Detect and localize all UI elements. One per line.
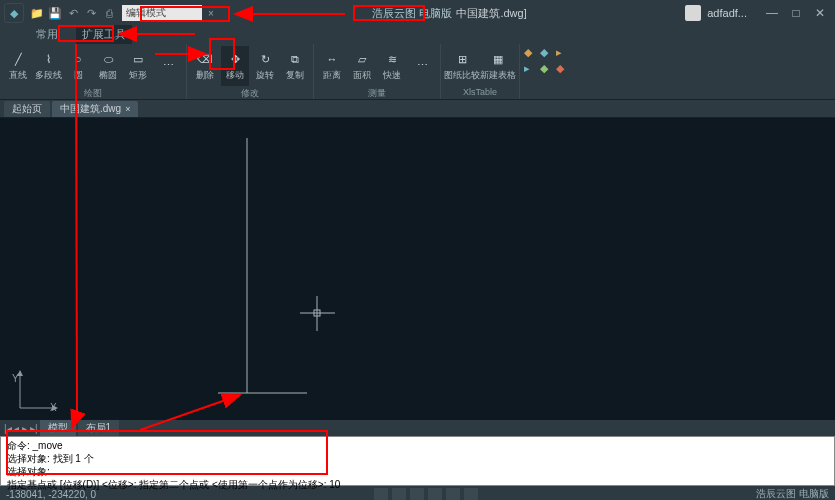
- tool-rect[interactable]: ▭矩形: [124, 46, 152, 86]
- ribbon-group-compare: ⊞图纸比较 ▦新建表格 XlsTable: [441, 44, 520, 99]
- tab-common[interactable]: 常用: [30, 25, 64, 44]
- ribbon-tabs: 常用 扩展工具: [0, 26, 835, 44]
- titlebar: ◆ 📁 💾 ↶ ↷ ⎙ 编辑模式 × 浩辰云图 电脑版 中国建筑.dwg] ad…: [0, 0, 835, 26]
- area-icon: ▱: [352, 50, 372, 68]
- grid-toggle[interactable]: [392, 488, 406, 500]
- move-icon: ✥: [225, 50, 245, 68]
- doc-tab-file[interactable]: 中国建筑.dwg ×: [52, 101, 138, 117]
- avatar-icon: [685, 5, 701, 21]
- status-toggle-icons: [374, 488, 478, 500]
- compare-icon: ⊞: [452, 50, 472, 68]
- status-brand: 浩辰云图 电脑版: [756, 487, 829, 500]
- circle-icon: ○: [68, 50, 88, 68]
- mode-search-input[interactable]: 编辑模式: [122, 5, 202, 21]
- tool-move[interactable]: ✥移动: [221, 46, 249, 86]
- quick-icon: ≋: [382, 50, 402, 68]
- tool-area[interactable]: ▱面积: [348, 46, 376, 86]
- tool-paper-compare[interactable]: ⊞图纸比较: [445, 46, 479, 86]
- snap-toggle[interactable]: [374, 488, 388, 500]
- maximize-button[interactable]: □: [785, 4, 807, 22]
- undo-icon[interactable]: ↶: [66, 6, 80, 20]
- command-line-1: 命令: _move: [7, 439, 828, 452]
- open-icon[interactable]: 📁: [30, 6, 44, 20]
- tool-copy[interactable]: ⧉复制: [281, 46, 309, 86]
- tab-expand-tools[interactable]: 扩展工具: [76, 25, 132, 44]
- ribbon-group-extras: ◆ ◆ ▸ ▸ ◆ ◆: [520, 44, 578, 99]
- extra-icon-4[interactable]: ▸: [524, 62, 538, 76]
- model-tab[interactable]: 模型: [40, 420, 76, 436]
- extra-icon-5[interactable]: ◆: [540, 62, 554, 76]
- print-icon[interactable]: ⎙: [102, 6, 116, 20]
- close-tab-icon[interactable]: ×: [125, 104, 130, 114]
- extra-icon-1[interactable]: ◆: [524, 46, 538, 60]
- title-center: 浩辰云图 电脑版 中国建筑.dwg]: [220, 6, 679, 21]
- ucs-y-label: Y: [12, 373, 19, 384]
- group-label-compare: XlsTable: [445, 87, 515, 97]
- quick-access-toolbar: 📁 💾 ↶ ↷ ⎙: [30, 6, 116, 20]
- rect-icon: ▭: [128, 50, 148, 68]
- osnap-toggle[interactable]: [446, 488, 460, 500]
- tool-ellipse[interactable]: ⬭椭圆: [94, 46, 122, 86]
- erase-icon: ⌫: [195, 50, 215, 68]
- search-x-icon[interactable]: ×: [208, 8, 214, 19]
- command-line-panel[interactable]: 命令: _move 选择对象: 找到 1 个 选择对象: 指定基点或 [位移(D…: [0, 436, 835, 486]
- ribbon: ╱直线 ⌇多段线 ○圆 ⬭椭圆 ▭矩形 ⋯ 绘图 ⌫删除 ✥移动 ↻旋转 ⧉复制…: [0, 44, 835, 100]
- app-logo[interactable]: ◆: [4, 3, 24, 23]
- user-area[interactable]: adfadf...: [685, 5, 747, 21]
- more-icon: ⋯: [158, 57, 178, 75]
- extra-icon-6[interactable]: ◆: [556, 62, 570, 76]
- file-title: 中国建筑.dwg]: [456, 6, 526, 21]
- ribbon-group-measure: ↔距离 ▱面积 ≋快速 ⋯ 测量: [314, 44, 441, 99]
- command-line-3: 选择对象:: [7, 465, 828, 478]
- ribbon-group-modify: ⌫删除 ✥移动 ↻旋转 ⧉复制 修改: [187, 44, 314, 99]
- table-icon: ▦: [488, 50, 508, 68]
- product-name: 浩辰云图 电脑版: [372, 6, 452, 21]
- tool-more-measure[interactable]: ⋯: [408, 46, 436, 86]
- tool-more-draw[interactable]: ⋯: [154, 46, 182, 86]
- ribbon-group-draw: ╱直线 ⌇多段线 ○圆 ⬭椭圆 ▭矩形 ⋯ 绘图: [0, 44, 187, 99]
- extra-icon-2[interactable]: ◆: [540, 46, 554, 60]
- extra-icon-3[interactable]: ▸: [556, 46, 570, 60]
- tool-erase[interactable]: ⌫删除: [191, 46, 219, 86]
- more-icon: ⋯: [412, 57, 432, 75]
- group-label-measure: 测量: [318, 87, 436, 100]
- drawing-canvas[interactable]: X Y: [0, 118, 835, 420]
- tool-rotate[interactable]: ↻旋转: [251, 46, 279, 86]
- tool-polyline[interactable]: ⌇多段线: [34, 46, 62, 86]
- line-icon: ╱: [8, 50, 28, 68]
- group-label-draw: 绘图: [4, 87, 182, 100]
- tool-new-table[interactable]: ▦新建表格: [481, 46, 515, 86]
- distance-icon: ↔: [322, 50, 342, 68]
- rotate-icon: ↻: [255, 50, 275, 68]
- doc-tab-start[interactable]: 起始页: [4, 101, 50, 117]
- redo-icon[interactable]: ↷: [84, 6, 98, 20]
- copy-icon: ⧉: [285, 50, 305, 68]
- layout-tabs-bar: |◂ ◂ ▸ ▸| 模型 布局1: [0, 420, 835, 436]
- tool-quick[interactable]: ≋快速: [378, 46, 406, 86]
- ucs-x-label: X: [50, 402, 57, 413]
- otrack-toggle[interactable]: [464, 488, 478, 500]
- group-label-modify: 修改: [191, 87, 309, 100]
- ellipse-icon: ⬭: [98, 50, 118, 68]
- tool-distance[interactable]: ↔距离: [318, 46, 346, 86]
- ortho-toggle[interactable]: [410, 488, 424, 500]
- polar-toggle[interactable]: [428, 488, 442, 500]
- minimize-button[interactable]: —: [761, 4, 783, 22]
- tool-circle[interactable]: ○圆: [64, 46, 92, 86]
- tool-line[interactable]: ╱直线: [4, 46, 32, 86]
- polyline-icon: ⌇: [38, 50, 58, 68]
- status-coords: -138041, -234220, 0: [6, 489, 96, 500]
- save-icon[interactable]: 💾: [48, 6, 62, 20]
- document-tabs: 起始页 中国建筑.dwg ×: [0, 100, 835, 118]
- command-line-2: 选择对象: 找到 1 个: [7, 452, 828, 465]
- close-button[interactable]: ✕: [809, 4, 831, 22]
- layout-tab[interactable]: 布局1: [78, 420, 120, 436]
- window-controls: — □ ✕: [761, 4, 831, 22]
- layout-nav[interactable]: |◂ ◂ ▸ ▸|: [4, 423, 38, 434]
- user-name: adfadf...: [707, 7, 747, 19]
